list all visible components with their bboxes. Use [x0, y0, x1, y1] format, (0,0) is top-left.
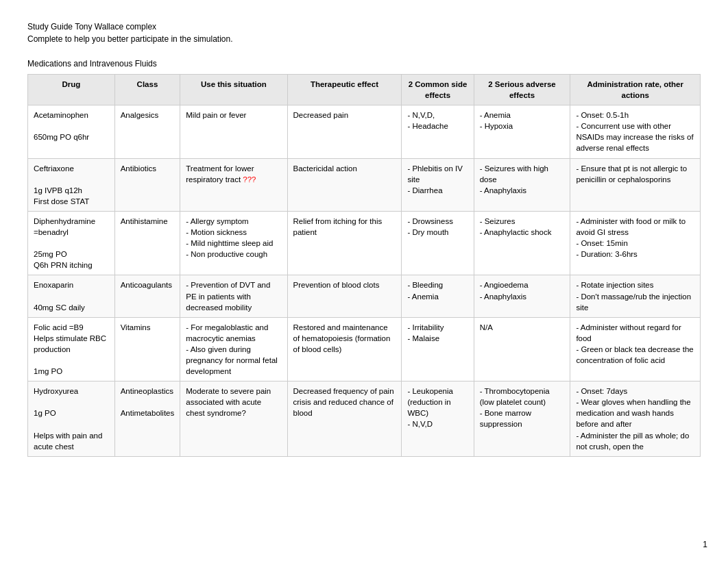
cell-drug: Diphenhydramine =benadryl 25mg PO Q6h PR… [28, 211, 115, 275]
cell-admin: - Rotate injection sites - Don't massage… [570, 275, 701, 317]
cell-common-side: - Leukopenia (reduction in WBC) - N,V,D [402, 381, 474, 457]
cell-serious-adverse: - Seizures - Anaphylactic shock [474, 211, 570, 275]
cell-use: - Prevention of DVT and PE in patients w… [180, 275, 287, 317]
cell-drug: Folic acid =B9 Helps stimulate RBC produ… [28, 317, 115, 381]
page-header: Study Guide Tony Wallace complex Complet… [27, 21, 701, 45]
cell-therapeutic: Decreased pain [287, 105, 402, 158]
col-admin: Administration rate, other actions [570, 75, 701, 105]
cell-use: Treatment for lower respiratory tract ??… [180, 158, 287, 211]
cell-admin: - Onset: 7days - Wear gloves when handli… [570, 381, 701, 457]
cell-common-side: - Bleeding - Anemia [402, 275, 474, 317]
cell-class: Antineoplastics Antimetabolites [114, 381, 180, 457]
table-row: Acetaminophen 650mg PO q6hrAnalgesicsMil… [28, 105, 701, 158]
cell-therapeutic: Bactericidal action [287, 158, 402, 211]
cell-admin: - Ensure that pt is not allergic to peni… [570, 158, 701, 211]
cell-serious-adverse: N/A [474, 317, 570, 381]
cell-serious-adverse: - Anemia - Hypoxia [474, 105, 570, 158]
table-row: Diphenhydramine =benadryl 25mg PO Q6h PR… [28, 211, 701, 275]
col-use: Use this situation [180, 75, 287, 105]
cell-class: Antihistamine [114, 211, 180, 275]
cell-use: - Allergy symptom - Motion sickness - Mi… [180, 211, 287, 275]
medications-table: Drug Class Use this situation Therapeuti… [27, 74, 701, 457]
cell-admin: - Administer without regard for food - G… [570, 317, 701, 381]
header-line2: Complete to help you better participate … [27, 33, 701, 45]
cell-serious-adverse: - Thrombocytopenia (low platelet count) … [474, 381, 570, 457]
table-row: Enoxaparin 40mg SC dailyAnticoagulants- … [28, 275, 701, 317]
cell-drug: Ceftriaxone 1g IVPB q12h First dose STAT [28, 158, 115, 211]
cell-therapeutic: Decreased frequency of pain crisis and r… [287, 381, 402, 457]
cell-drug: Enoxaparin 40mg SC daily [28, 275, 115, 317]
cell-common-side: - N,V,D, - Headache [402, 105, 474, 158]
col-drug: Drug [28, 75, 115, 105]
cell-class: Antibiotics [114, 158, 180, 211]
cell-admin: - Onset: 0.5-1h - Concurrent use with ot… [570, 105, 701, 158]
cell-therapeutic: Restored and maintenance of hematopoiesi… [287, 317, 402, 381]
header-line1: Study Guide Tony Wallace complex [27, 21, 701, 33]
cell-serious-adverse: - Seizures with high dose - Anaphylaxis [474, 158, 570, 211]
table-row: Ceftriaxone 1g IVPB q12h First dose STAT… [28, 158, 701, 211]
cell-therapeutic: Prevention of blood clots [287, 275, 402, 317]
cell-serious-adverse: - Angioedema - Anaphylaxis [474, 275, 570, 317]
special-indicator: ??? [243, 175, 256, 184]
cell-drug: Hydroxyurea 1g PO Helps with pain and ac… [28, 381, 115, 457]
col-therapeutic: Therapeutic effect [287, 75, 402, 105]
cell-drug: Acetaminophen 650mg PO q6hr [28, 105, 115, 158]
cell-common-side: - Irritability - Malaise [402, 317, 474, 381]
cell-therapeutic: Relief from itching for this patient [287, 211, 402, 275]
cell-class: Vitamins [114, 317, 180, 381]
section-title: Medications and Intravenous Fluids [27, 59, 701, 68]
table-row: Folic acid =B9 Helps stimulate RBC produ… [28, 317, 701, 381]
col-serious: 2 Serious adverse effects [474, 75, 570, 105]
table-header-row: Drug Class Use this situation Therapeuti… [28, 75, 701, 105]
table-row: Hydroxyurea 1g PO Helps with pain and ac… [28, 381, 701, 457]
cell-use: Moderate to severe pain associated with … [180, 381, 287, 457]
cell-class: Analgesics [114, 105, 180, 158]
cell-common-side: - Drowsiness - Dry mouth [402, 211, 474, 275]
cell-admin: - Administer with food or milk to avoid … [570, 211, 701, 275]
cell-common-side: - Phlebitis on IV site - Diarrhea [402, 158, 474, 211]
cell-class: Anticoagulants [114, 275, 180, 317]
col-common: 2 Common side effects [402, 75, 474, 105]
col-class: Class [114, 75, 180, 105]
cell-use: Mild pain or fever [180, 105, 287, 158]
cell-use: - For megaloblastic and macrocytic anemi… [180, 317, 287, 381]
